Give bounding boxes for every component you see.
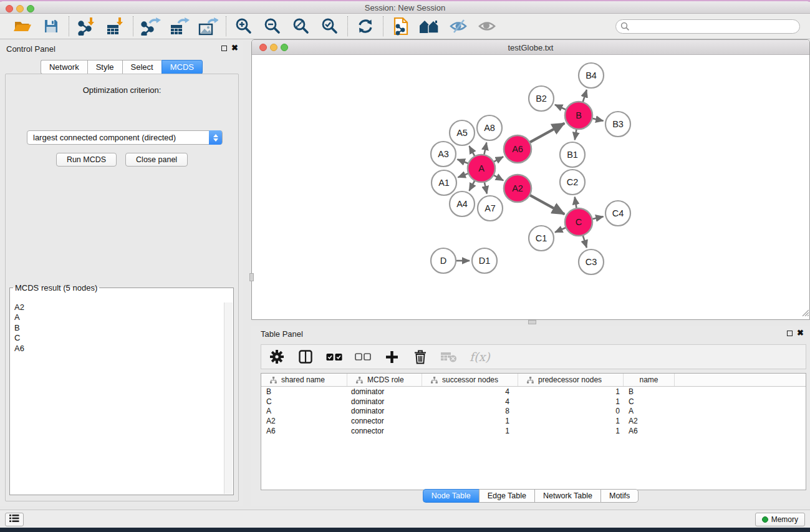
select-all-checkboxes-icon[interactable] <box>326 349 342 365</box>
function-builder-icon-disabled: f(x) <box>470 350 490 364</box>
table-row[interactable]: A2connector11A2 <box>261 416 806 426</box>
tab-select[interactable]: Select <box>122 60 162 74</box>
search-input[interactable] <box>615 19 800 34</box>
network-node-label: C2 <box>567 177 579 187</box>
network-edge[interactable] <box>484 143 486 155</box>
network-node-label: B3 <box>612 119 624 129</box>
tab-edge-table[interactable]: Edge Table <box>479 489 534 503</box>
float-table-panel-icon[interactable] <box>787 331 793 336</box>
network-node-label: A8 <box>484 123 495 133</box>
add-column-icon[interactable] <box>383 349 400 365</box>
mcds-result-item[interactable]: C <box>11 333 224 343</box>
close-table-panel-icon[interactable]: ✖ <box>797 329 804 337</box>
control-panel-tabs: Network Style Select MCDS <box>0 60 243 74</box>
tab-network-table[interactable]: Network Table <box>534 489 600 503</box>
column-header-name[interactable]: name <box>624 374 675 386</box>
column-header-successor-nodes[interactable]: successor nodes <box>422 374 518 386</box>
table-body: Bdominator41BCdominator41CAdominator80AA… <box>261 387 806 436</box>
network-edge[interactable] <box>575 197 577 209</box>
refresh-icon[interactable] <box>354 16 377 37</box>
zoom-selected-icon[interactable] <box>319 16 341 37</box>
network-edge[interactable] <box>583 90 587 102</box>
run-mcds-button[interactable]: Run MCDS <box>56 153 117 167</box>
save-icon[interactable] <box>40 16 62 37</box>
network-edge[interactable] <box>583 235 587 248</box>
close-panel-icon[interactable]: ✖ <box>231 44 238 52</box>
network-edge[interactable] <box>493 175 503 181</box>
network-edge[interactable] <box>529 123 564 143</box>
houses-icon[interactable] <box>418 16 441 37</box>
clear-all-checkboxes-icon[interactable] <box>355 349 371 365</box>
float-panel-icon[interactable] <box>221 46 227 51</box>
column-header-mcds-role[interactable]: MCDS role <box>347 374 422 386</box>
table-settings-gear-icon[interactable] <box>269 349 285 365</box>
table-selector-tabs: Node Table Edge Table Network Table Moti… <box>251 489 810 503</box>
zoom-fit-icon[interactable] <box>290 16 312 37</box>
network-edge[interactable] <box>555 228 566 233</box>
column-header-predecessor-nodes[interactable]: predecessor nodes <box>518 374 624 386</box>
mcds-result-item[interactable]: A <box>11 312 224 322</box>
network-node-label: A6 <box>512 144 523 154</box>
table-row[interactable]: Cdominator41C <box>261 397 806 407</box>
export-network-icon[interactable] <box>140 16 162 37</box>
table-row[interactable]: Adominator80A <box>261 407 806 417</box>
delete-column-trash-icon[interactable] <box>412 349 428 365</box>
mcds-result-box: MCDS result (5 nodes) A2ABCA6 <box>9 283 234 495</box>
network-node-label: C3 <box>586 257 597 267</box>
export-image-icon[interactable] <box>197 16 219 37</box>
table-panel-title: Table Panel <box>261 329 303 339</box>
table-header-row: shared name MCDS role successor nodes pr… <box>261 374 806 387</box>
criterion-select[interactable]: largest connected component (directed) <box>27 130 223 145</box>
network-view-window: testGlobe.txt B4B2BB3B1A5A8A6A3AA1A2C2A4… <box>251 39 810 320</box>
zoom-in-icon[interactable] <box>233 16 255 37</box>
import-table-icon[interactable] <box>104 16 127 37</box>
result-scrollbar[interactable] <box>224 302 233 494</box>
import-network-icon[interactable] <box>75 16 98 37</box>
column-header-shared-name[interactable]: shared name <box>261 374 347 386</box>
tab-motifs[interactable]: Motifs <box>600 489 639 503</box>
zoom-out-icon[interactable] <box>261 16 284 37</box>
network-node-label: B1 <box>567 150 578 160</box>
mcds-result-item[interactable]: B <box>11 323 224 333</box>
mcds-result-item[interactable]: A2 <box>11 302 224 312</box>
network-edge[interactable] <box>493 157 503 162</box>
app-titlebar: Session: New Session <box>0 1 810 14</box>
list-icon <box>9 514 19 525</box>
table-row[interactable]: A6connector11A6 <box>261 426 806 436</box>
network-node-label: A7 <box>485 203 496 213</box>
show-graphics-icon[interactable] <box>476 16 498 37</box>
tab-style[interactable]: Style <box>87 60 122 74</box>
network-edge[interactable] <box>457 159 468 163</box>
network-node-label: A4 <box>456 199 468 209</box>
open-file-icon[interactable] <box>11 16 34 37</box>
tab-mcds[interactable]: MCDS <box>162 60 203 74</box>
export-table-icon[interactable] <box>168 16 191 37</box>
network-window-titlebar[interactable]: testGlobe.txt <box>252 40 809 55</box>
hide-graphics-icon[interactable] <box>447 16 470 37</box>
task-history-button[interactable] <box>5 513 24 526</box>
network-edge[interactable] <box>485 181 487 193</box>
network-edge[interactable] <box>592 216 603 219</box>
network-canvas[interactable]: B4B2BB3B1A5A8A6A3AA1A2C2A4A7C4CC1C3DD1 <box>252 55 809 319</box>
horizontal-splitter-handle[interactable] <box>528 320 536 324</box>
mcds-result-item[interactable]: A6 <box>11 344 224 354</box>
tab-node-table[interactable]: Node Table <box>423 489 479 503</box>
network-edge[interactable] <box>469 180 475 191</box>
status-bar: Memory <box>0 510 810 528</box>
tab-network[interactable]: Network <box>41 60 87 74</box>
table-row[interactable]: Bdominator41B <box>261 387 806 397</box>
memory-button[interactable]: Memory <box>755 513 805 526</box>
network-edge[interactable] <box>555 105 566 110</box>
close-panel-button[interactable]: Close panel <box>125 153 188 167</box>
network-edge[interactable] <box>458 173 468 178</box>
network-edge[interactable] <box>529 195 564 215</box>
network-edge[interactable] <box>469 146 475 157</box>
desktop-background-strip <box>0 528 810 532</box>
resize-grip-icon[interactable] <box>800 307 809 319</box>
network-document-icon[interactable] <box>390 16 412 37</box>
network-edge[interactable] <box>592 118 603 121</box>
show-column-icon[interactable] <box>297 349 314 365</box>
vertical-splitter-handle[interactable] <box>249 273 254 281</box>
memory-status-icon <box>762 516 768 523</box>
network-edge[interactable] <box>575 129 577 140</box>
